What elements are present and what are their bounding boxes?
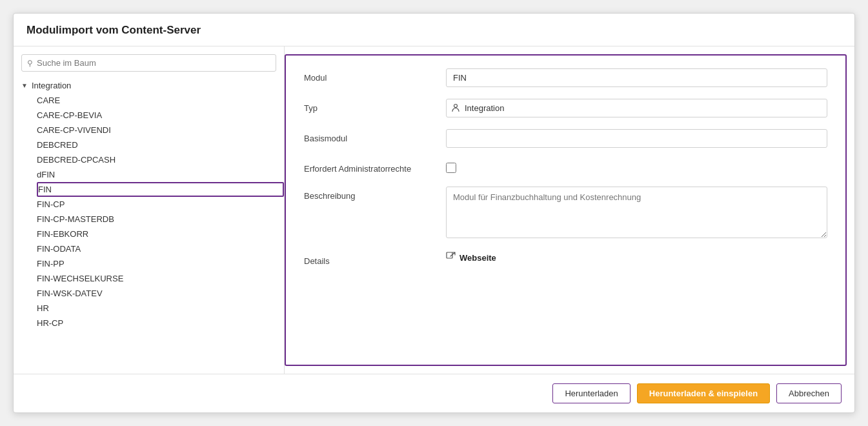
adminrechte-checkbox[interactable]: [446, 163, 456, 173]
tree-item-care-cp-bevia[interactable]: CARE-CP-BEVIA: [37, 108, 284, 123]
adminrechte-label: Erfordert Administratorrechte: [304, 159, 446, 174]
search-icon: ⚲: [27, 59, 33, 68]
dialog-title: Modulimport vom Content-Server: [14, 14, 854, 46]
typ-input[interactable]: [446, 99, 827, 117]
typ-label: Typ: [304, 99, 446, 113]
dialog: Modulimport vom Content-Server ⚲ ▼ Integ…: [13, 13, 855, 413]
search-input[interactable]: [37, 58, 270, 68]
webseite-label: Webseite: [459, 253, 496, 263]
basismodul-label: Basismodul: [304, 129, 446, 143]
tree-item-hr[interactable]: HR: [37, 301, 284, 316]
details-control: Webseite: [446, 252, 827, 263]
dialog-body: ⚲ ▼ Integration CARE CARE-CP-BEVIA: [14, 46, 854, 374]
tree-item-debcred-cpcash[interactable]: DEBCRED-CPCASH: [37, 152, 284, 167]
details-label: Details: [304, 252, 446, 266]
external-link-icon: [446, 252, 456, 263]
tree-item-dfin[interactable]: dFIN: [37, 167, 284, 182]
tree-item-fin-odata[interactable]: FIN-ODATA: [37, 241, 284, 256]
abbrechen-button[interactable]: Abbrechen: [776, 383, 842, 403]
adminrechte-control: [446, 159, 827, 175]
tree-children: CARE CARE-CP-BEVIA CARE-CP-VIVENDI DEBCR…: [14, 93, 284, 330]
tree-item-fin-wechselkurse[interactable]: FIN-WECHSELKURSE: [37, 271, 284, 286]
dialog-footer: Herunterladen Herunterladen & einspielen…: [14, 374, 854, 412]
tree-container: ▼ Integration CARE CARE-CP-BEVIA CARE-CP…: [14, 78, 284, 374]
form-row-adminrechte: Erfordert Administratorrechte: [304, 159, 827, 175]
left-panel: ⚲ ▼ Integration CARE CARE-CP-BEVIA: [14, 46, 285, 374]
tree-item-fin-wsk-datev[interactable]: FIN-WSK-DATEV: [37, 286, 284, 301]
tree-item-fin-pp[interactable]: FIN-PP: [37, 256, 284, 271]
modul-control: [446, 68, 827, 87]
basismodul-input[interactable]: [446, 129, 827, 148]
tree-item-fin[interactable]: FIN: [37, 182, 284, 197]
modul-input[interactable]: [446, 68, 827, 87]
tree-root-integration[interactable]: ▼ Integration: [14, 78, 284, 93]
herunterladen-button[interactable]: Herunterladen: [552, 383, 630, 403]
herunterladen-einspielen-button[interactable]: Herunterladen & einspielen: [637, 383, 770, 403]
tree-item-fin-ebkorr[interactable]: FIN-EBKORR: [37, 227, 284, 241]
form-row-basismodul: Basismodul: [304, 129, 827, 148]
typ-input-wrap: [446, 99, 827, 117]
tree-item-debcred[interactable]: DEBCRED: [37, 137, 284, 152]
beschreibung-textarea[interactable]: [446, 187, 827, 238]
beschreibung-label: Beschreibung: [304, 187, 446, 201]
search-box: ⚲: [21, 54, 276, 72]
beschreibung-control: [446, 187, 827, 240]
right-panel: Modul Typ: [285, 54, 847, 366]
person-icon: [451, 103, 460, 114]
tree-item-hr-cp[interactable]: HR-CP: [37, 316, 284, 330]
form-row-beschreibung: Beschreibung: [304, 187, 827, 240]
tree-item-care[interactable]: CARE: [37, 93, 284, 108]
typ-control: [446, 99, 827, 117]
tree-root-label: Integration: [32, 81, 71, 90]
tree-item-fin-cp[interactable]: FIN-CP: [37, 197, 284, 212]
modul-label: Modul: [304, 68, 446, 83]
form-row-details: Details Webseite: [304, 252, 827, 266]
basismodul-control: [446, 129, 827, 148]
form-row-modul: Modul: [304, 68, 827, 87]
tree-item-care-cp-vivendi[interactable]: CARE-CP-VIVENDI: [37, 123, 284, 137]
expand-arrow-icon: ▼: [21, 82, 28, 89]
webseite-link[interactable]: Webseite: [446, 252, 827, 263]
tree-item-fin-cp-masterdb[interactable]: FIN-CP-MASTERDB: [37, 212, 284, 227]
svg-point-0: [454, 104, 458, 107]
form-row-typ: Typ: [304, 99, 827, 117]
